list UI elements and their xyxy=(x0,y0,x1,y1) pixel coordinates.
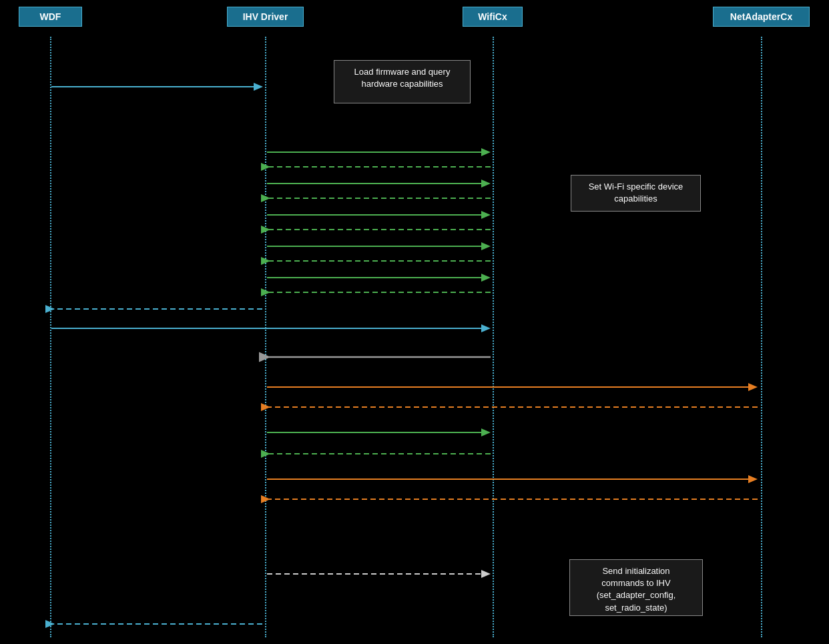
sequence-diagram: WDF IHV Driver WifiCx NetAdapterCx Load … xyxy=(0,0,829,644)
annotation-send-init: Send initializationcommands to IHV(set_a… xyxy=(569,559,703,616)
lifeline-wdf: WDF xyxy=(19,7,82,27)
lifeline-line-wdf xyxy=(50,37,51,637)
annotation-load-firmware: Load firmware and queryhardware capabili… xyxy=(334,60,471,103)
lifeline-ihv: IHV Driver xyxy=(227,7,304,27)
lifeline-line-ihv xyxy=(265,37,266,637)
annotation-set-wifi: Set Wi-Fi specific devicecapabilities xyxy=(571,175,701,212)
lifeline-line-wificx xyxy=(493,37,494,637)
lifeline-line-netadapter xyxy=(761,37,762,637)
lifeline-netadapter: NetAdapterCx xyxy=(713,7,810,27)
lifeline-wificx: WifiCx xyxy=(463,7,523,27)
